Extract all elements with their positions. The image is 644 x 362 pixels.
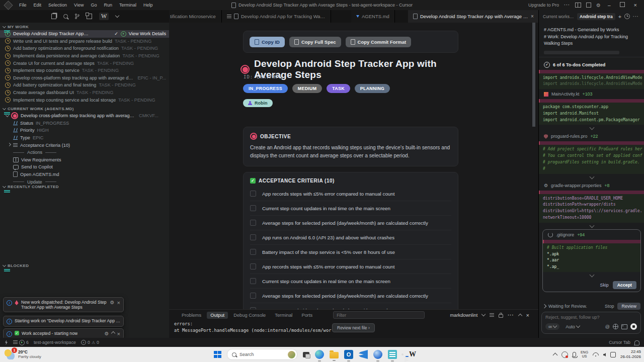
review-next-file-button[interactable]: Review next file › <box>332 323 375 332</box>
menu-item[interactable]: Edit <box>30 3 45 8</box>
tab-step-tracker-active[interactable]: Develop Android Step Tracker App with Av… <box>408 10 539 23</box>
stop-button[interactable]: Stop <box>605 304 614 309</box>
tray-overflow-icon[interactable] <box>552 353 557 358</box>
epic-property[interactable]: Priority HIGH <box>0 127 169 134</box>
section-recently-completed[interactable]: RECENTLY COMPLETED <box>0 183 169 190</box>
volume-icon[interactable] <box>603 353 606 356</box>
chevron-right-icon[interactable] <box>542 304 546 308</box>
maximize-button[interactable] <box>618 2 627 8</box>
problems-indicator[interactable]: 00 <box>81 340 99 345</box>
lock-scroll-icon[interactable] <box>499 314 503 318</box>
checkbox[interactable] <box>250 293 256 299</box>
menu-item[interactable]: Run <box>100 3 116 8</box>
skip-button[interactable]: Skip <box>600 283 609 288</box>
expand-diff-icon[interactable] <box>589 223 594 228</box>
maximize-panel-icon[interactable] <box>518 313 522 317</box>
expand-diff-icon[interactable] <box>589 174 594 179</box>
section-current-work[interactable]: CURRENT WORK (AGENTS.MD) <box>0 105 169 112</box>
expand-diff-icon[interactable] <box>589 273 594 278</box>
notepad-icon[interactable] <box>388 350 397 359</box>
extensions-icon[interactable] <box>87 14 92 19</box>
menu-item[interactable]: Selection <box>45 3 70 8</box>
upgrade-to-pro-button[interactable]: Upgrade to Pro <box>528 3 559 8</box>
notification-settings-icon[interactable] <box>110 300 115 306</box>
tab-agents-md[interactable]: AGENTS.md <box>351 10 395 23</box>
taskbar-search[interactable]: Search <box>227 349 297 360</box>
tab-problems[interactable]: Problems <box>178 312 205 319</box>
work-item[interactable]: Add battery optimization and foreground … <box>0 45 169 52</box>
acceptance-criteria-node[interactable]: Acceptance Criteria (10) <box>0 141 169 149</box>
circular-app-icon[interactable] <box>373 350 382 359</box>
work-item-selected[interactable]: Develop Android Step Tracker App with Av… <box>0 30 169 38</box>
action-open-agents-md[interactable]: Open AGENTS.md <box>0 171 169 178</box>
recording-icon[interactable] <box>561 351 568 358</box>
view-work-details-button[interactable]: View Work Details <box>129 31 166 36</box>
tab-debug-console[interactable]: Debug Console <box>230 312 269 319</box>
tab-walking-steps[interactable]: Develop Android App for Tracking Walking… <box>222 10 331 23</box>
checkbox[interactable] <box>250 263 256 269</box>
output-channel-select[interactable]: markdownlint <box>450 313 477 318</box>
word-wrap-icon[interactable] <box>490 313 494 317</box>
epic-property[interactable]: Status IN_PROGRESS <box>0 120 169 127</box>
task-view-button[interactable] <box>303 352 309 357</box>
workspace-name[interactable]: test-agent-workspace <box>34 340 76 345</box>
start-button[interactable] <box>214 351 221 358</box>
menu-item[interactable]: File <box>16 3 30 8</box>
chat-more-icon[interactable] <box>633 14 639 19</box>
checkbox[interactable] <box>250 249 256 255</box>
chat-input-box[interactable]: Auto <box>541 312 641 334</box>
accept-button[interactable]: Accept <box>613 281 636 289</box>
notification-settings-icon[interactable] <box>105 331 109 337</box>
tab-notification-microservice[interactable]: tification Microservice <box>169 10 222 23</box>
work-item[interactable]: Implement data persistence and average c… <box>0 52 169 60</box>
file-explorer-icon[interactable] <box>330 352 339 358</box>
file-row-proguard[interactable]: proguard-rules.pro +22 <box>539 131 644 141</box>
copy-full-spec-button[interactable]: Copy Full Spec <box>289 37 341 47</box>
checkbox[interactable] <box>250 278 256 284</box>
section-blocked[interactable]: BLOCKED <box>0 261 169 269</box>
search-icon[interactable] <box>63 14 68 19</box>
minimize-button[interactable]: – <box>606 3 613 8</box>
epic-node[interactable]: Develop cross-platform step tracking app… <box>0 112 169 120</box>
notification-work-accepted[interactable]: Work accepted - starting now <box>3 328 124 338</box>
notification-new-work[interactable]: New work dispatched: Develop Android Ste… <box>3 297 124 312</box>
source-control-icon[interactable] <box>75 14 79 19</box>
web-icon[interactable] <box>613 324 618 329</box>
remote-icon[interactable] <box>5 340 8 345</box>
new-chat-icon[interactable] <box>618 14 621 20</box>
copy-id-button[interactable]: Copy ID <box>250 37 285 47</box>
more-actions-icon[interactable] <box>564 3 570 8</box>
stop-generation-button[interactable] <box>630 323 637 330</box>
model-select[interactable]: Auto <box>562 324 583 330</box>
menu-item[interactable]: View <box>70 3 87 8</box>
checkbox[interactable] <box>250 234 256 240</box>
clock-widget[interactable]: 22:4526-01-2026 <box>620 349 641 359</box>
work-item[interactable]: Develop cross-platform step tracking app… <box>0 74 169 82</box>
panel-toggle-icon[interactable] <box>586 3 591 8</box>
action-view-requirements[interactable]: View Requirements <box>0 156 169 164</box>
menu-item[interactable]: Terminal <box>116 3 140 8</box>
work-item[interactable]: Create average dashboard UI TASK - PENDI… <box>0 89 169 97</box>
outlook-icon[interactable] <box>344 350 353 359</box>
chat-tab[interactable]: Android step tra <box>577 13 615 20</box>
assignee-chip[interactable]: Robin <box>243 99 273 107</box>
close-panel-icon[interactable] <box>526 312 529 318</box>
wifi-icon[interactable] <box>593 352 599 357</box>
works-panel-icon[interactable]: W <box>99 13 109 20</box>
tasks-indicator[interactable]: 6 <box>13 340 29 345</box>
tab-terminal[interactable]: Terminal <box>271 312 296 319</box>
chevron-down-icon[interactable] <box>115 14 119 18</box>
epic-property[interactable]: Type EPIC <box>0 134 169 142</box>
todos-completed[interactable]: 6 of 6 To-dos Completed <box>539 60 644 70</box>
layout-icon[interactable] <box>575 3 581 8</box>
weather-widget[interactable]: 1 20°CPartly cloudy <box>0 349 41 359</box>
work-item[interactable]: Create UI for current and average steps … <box>0 59 169 67</box>
close-icon[interactable] <box>117 331 120 337</box>
work-item[interactable]: Write unit and UI tests and prepare rele… <box>0 38 169 45</box>
close-tab-icon[interactable] <box>531 14 534 19</box>
review-button[interactable]: Review <box>617 303 640 310</box>
tab-ports[interactable]: Ports <box>298 312 316 319</box>
tab-output[interactable]: Output <box>207 312 228 319</box>
close-button[interactable] <box>632 2 639 8</box>
work-item[interactable]: Add battery optimization and final testi… <box>0 81 169 89</box>
